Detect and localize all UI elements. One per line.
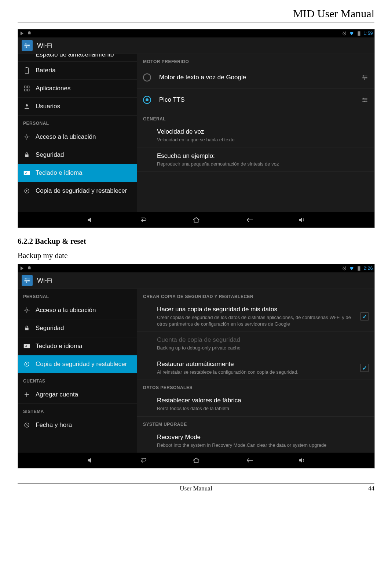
- svg-rect-23: [366, 77, 367, 78]
- sidebar-item-battery[interactable]: Batería: [18, 62, 137, 80]
- engine-settings-button[interactable]: [356, 93, 369, 106]
- sidebar-item-label: Agregar cuenta: [36, 391, 78, 398]
- svg-rect-31: [358, 266, 360, 271]
- svg-rect-33: [25, 279, 30, 279]
- battery-icon: [356, 31, 362, 36]
- svg-point-10: [26, 46, 28, 48]
- svg-rect-25: [363, 98, 364, 99]
- row-recovery-mode[interactable]: Recovery Mode Reboot into the system in …: [137, 429, 374, 453]
- settings-app-icon: [22, 275, 33, 286]
- back-button[interactable]: [137, 454, 150, 467]
- svg-rect-22: [363, 75, 364, 76]
- row-subtitle: Crear copias de seguridad de los datos d…: [157, 314, 356, 327]
- wifi-icon: [349, 266, 354, 271]
- row-backup-account[interactable]: Cuenta de copia de seguridad Backing up …: [137, 332, 374, 356]
- row-title: Hacer una copia de seguridad de mis dato…: [157, 306, 356, 313]
- svg-rect-3: [358, 31, 360, 36]
- location-icon: [23, 133, 30, 141]
- row-factory-reset[interactable]: Restablecer valores de fábrica Borra tod…: [137, 392, 374, 417]
- sidebar-item-label: Acceso a la ubicación: [36, 133, 96, 141]
- svg-point-38: [26, 281, 28, 283]
- storage-icon: [23, 54, 30, 58]
- settings-detail: MOTOR PREFERIDO Motor de texto a voz de …: [137, 54, 374, 212]
- svg-point-39: [26, 309, 28, 311]
- volume-up-button[interactable]: [296, 214, 308, 226]
- recent-button[interactable]: [243, 454, 255, 467]
- backup-icon: [23, 187, 30, 195]
- row-title: Recovery Mode: [157, 434, 364, 441]
- svg-text:A: A: [25, 345, 28, 348]
- screen-title: Wi-Fi: [37, 277, 52, 284]
- sidebar-item-datetime[interactable]: Fecha y hora: [18, 416, 137, 434]
- svg-rect-24: [364, 79, 365, 80]
- row-title: Restablecer valores de fábrica: [157, 397, 364, 404]
- usb-debug-icon: [19, 31, 25, 36]
- sidebar-item-backup[interactable]: Copia de seguridad y restablecer: [18, 182, 137, 200]
- checkbox[interactable]: [360, 364, 369, 372]
- screenshot-tts: 1:59 Wi-Fi Espacio de almacenamiento Bat…: [18, 29, 375, 228]
- sidebar-item-security[interactable]: Seguridad: [18, 146, 137, 164]
- engine-label: Motor de texto a voz de Google: [159, 74, 343, 81]
- title-bar: Wi-Fi: [18, 272, 374, 289]
- sidebar-item-users[interactable]: Usuarios: [18, 98, 137, 116]
- svg-rect-26: [366, 99, 367, 100]
- sidebar-item-language[interactable]: A Teclado e idioma: [18, 337, 137, 355]
- checkbox[interactable]: [360, 312, 369, 320]
- header-rule: [18, 22, 374, 22]
- sidebar-item-label: Seguridad: [36, 325, 64, 332]
- svg-point-0: [29, 32, 29, 32]
- svg-rect-11: [25, 68, 29, 73]
- back-button[interactable]: [137, 214, 150, 226]
- svg-point-17: [26, 104, 28, 106]
- sidebar-item-add-account[interactable]: Agregar cuenta: [18, 386, 137, 404]
- heading-preferred-engine: MOTOR PREFERIDO: [137, 54, 374, 66]
- row-listen-example[interactable]: Escucha un ejemplo: Reproducir una peque…: [137, 148, 374, 172]
- row-title: Velocidad de voz: [157, 128, 364, 135]
- sidebar-item-label: Usuarios: [36, 103, 60, 110]
- home-button[interactable]: [190, 214, 202, 226]
- radio-icon[interactable]: [143, 96, 151, 104]
- sidebar-item-security[interactable]: Seguridad: [18, 319, 137, 337]
- row-subtitle: Reboot into the system in Recovery Mode.…: [157, 442, 364, 449]
- engine-row-pico[interactable]: Pico TTS: [137, 89, 374, 111]
- sidebar-heading-personal: PERSONAL: [18, 116, 137, 128]
- lock-icon: [23, 151, 30, 159]
- recent-button[interactable]: [243, 214, 255, 226]
- doc-header-title: MID User Manual: [18, 7, 374, 20]
- home-button[interactable]: [190, 454, 202, 467]
- svg-point-28: [29, 267, 29, 267]
- sidebar-heading-system: SISTEMA: [18, 404, 137, 416]
- keyboard-icon: A: [23, 169, 30, 177]
- sidebar-item-location[interactable]: Acceso a la ubicación: [18, 301, 137, 319]
- volume-down-button[interactable]: [84, 454, 97, 467]
- heading-backup-restore: CREAR COPIA DE SEGURIDAD Y RESTABLECER: [137, 289, 374, 301]
- sidebar-item-apps[interactable]: Aplicaciones: [18, 80, 137, 98]
- row-speech-rate[interactable]: Velocidad de voz Velocidad en la que se …: [137, 124, 374, 148]
- volume-up-button[interactable]: [296, 454, 308, 467]
- engine-row-google[interactable]: Motor de texto a voz de Google: [137, 66, 374, 89]
- keyboard-icon: A: [23, 343, 30, 350]
- row-title: Escucha un ejemplo:: [157, 152, 364, 160]
- sidebar-item-label: Copia de seguridad y restablecer: [36, 360, 127, 368]
- svg-rect-16: [28, 89, 29, 91]
- radio-icon[interactable]: [143, 73, 151, 81]
- row-auto-restore[interactable]: Restaurar automáticamente Al reinstalar …: [137, 356, 374, 380]
- usb-debug-icon: [19, 266, 25, 271]
- sidebar-item-location[interactable]: Acceso a la ubicación: [18, 128, 137, 146]
- row-backup-my-data[interactable]: Hacer una copia de seguridad de mis dato…: [137, 301, 374, 332]
- status-bar: 2:26: [18, 264, 374, 272]
- section-heading: 6.2.2 Backup & reset: [18, 237, 374, 246]
- battery-icon: [356, 266, 362, 271]
- svg-text:A: A: [25, 171, 28, 175]
- svg-rect-14: [28, 86, 29, 88]
- system-nav-bar: [18, 453, 374, 468]
- engine-settings-button[interactable]: [356, 71, 369, 84]
- sidebar-item-language[interactable]: A Teclado e idioma: [18, 164, 137, 182]
- screen-title: Wi-Fi: [37, 42, 52, 50]
- volume-down-button[interactable]: [84, 214, 97, 226]
- sidebar-item-backup[interactable]: Copia de seguridad y restablecer: [18, 355, 137, 373]
- screenshot-backup: 2:26 Wi-Fi PERSONAL Acceso a la ubicació…: [18, 264, 375, 468]
- sidebar-item-label: Fecha y hora: [36, 421, 72, 429]
- svg-rect-5: [25, 44, 30, 44]
- sidebar-item-storage[interactable]: Espacio de almacenamiento: [18, 54, 137, 62]
